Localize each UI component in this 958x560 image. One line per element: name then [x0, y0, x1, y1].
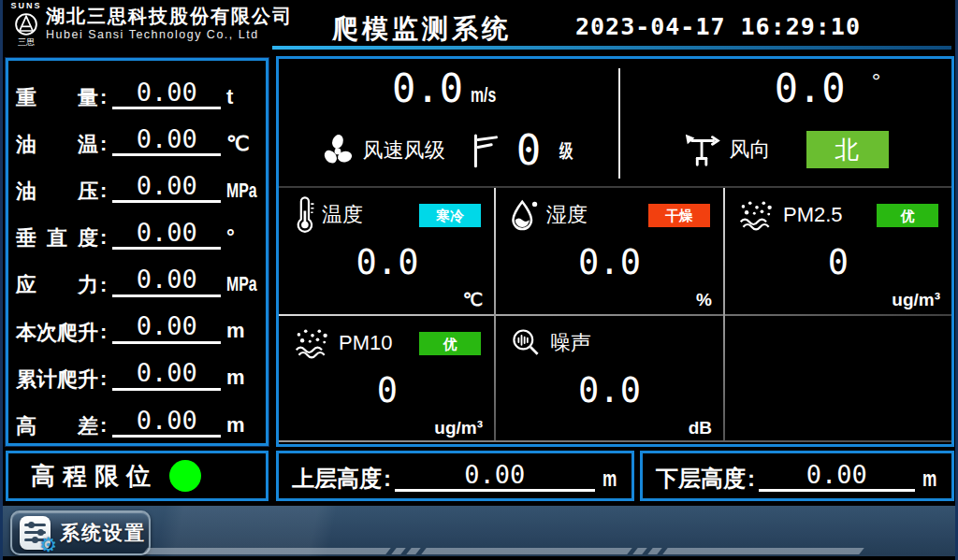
metric-row-oil-temp: 油温: 0.00 ℃ [16, 113, 258, 156]
sensor-cell-humidity: 湿度 干燥 0.0 % [494, 188, 723, 316]
metric-unit: m [226, 319, 258, 343]
sensor-cell-pm25: PM2.5 优 0 ug/m³ [723, 188, 951, 316]
company-name-cn: 湖北三思科技股份有限公司 [46, 5, 293, 27]
metric-label: 重量 [16, 87, 98, 109]
sensor-unit: % [696, 290, 712, 310]
sensor-value: 0.0 [509, 370, 710, 411]
metric-label: 累计爬升 [16, 368, 98, 391]
metric-value: 0.00 [112, 220, 221, 250]
wind-direction-unit: ° [872, 68, 881, 93]
metric-row-height-diff: 高差: 0.00 m [16, 395, 258, 438]
sensor-cell-temperature: 温度 寒冷 0.0 ℃ [279, 188, 494, 316]
colon: : [100, 225, 107, 250]
dust-icon [738, 199, 776, 231]
lower-height-box: 下层高度: 0.00 m [640, 451, 954, 501]
footer-decor-stripes [142, 548, 864, 554]
metric-unit: MPa [226, 179, 257, 203]
upper-height-box: 上层高度: 0.00 m [276, 451, 634, 501]
wind-direction-label: 风向 [730, 136, 771, 164]
upper-height-value: 0.00 [395, 462, 595, 492]
lower-height-label: 下层高度 [656, 466, 746, 492]
company-logo: SUNS 三思 [10, 2, 42, 50]
header: SUNS 三思 湖北三思科技股份有限公司 Hubei Sansi Technol… [3, 0, 955, 52]
sensor-name: 湿度 [546, 201, 588, 229]
upper-height-unit: m [602, 466, 617, 492]
lower-height-value: 0.00 [759, 462, 915, 492]
sensor-status-badge: 优 [419, 332, 481, 355]
sensor-name: 噪声 [550, 329, 591, 357]
datetime-display: 2023-04-17 16:29:10 [575, 13, 861, 40]
sensor-name: PM2.5 [783, 203, 843, 227]
metric-value: 0.00 [112, 313, 221, 343]
wind-speed-block: 0.0m/s 风速风级 [279, 59, 619, 186]
wind-direction-button[interactable]: 北 [806, 131, 889, 168]
footer-bar: ⚙ 系统设置 [3, 506, 955, 560]
metric-label: 本次爬升 [16, 322, 98, 344]
wind-level-value: 0 [516, 127, 542, 174]
colon: : [100, 273, 107, 297]
sensor-cell-empty [723, 316, 951, 444]
metric-unit: m [226, 413, 258, 438]
dust-icon [294, 327, 331, 359]
metric-unit: ° [226, 225, 258, 250]
metric-value: 0.00 [112, 408, 221, 438]
colon: : [100, 320, 107, 344]
sensor-status-badge: 寒冷 [419, 204, 481, 227]
colon: : [748, 466, 755, 492]
metric-label: 高差 [16, 415, 98, 438]
metric-value: 0.00 [112, 266, 221, 296]
wind-section: 0.0m/s 风速风级 [279, 59, 951, 186]
page-title: 爬模监测系统 [332, 11, 512, 47]
metric-row-total-climb: 累计爬升: 0.00 m [16, 348, 258, 391]
wind-direction-value: 0.0 [775, 65, 846, 111]
suns-compass-icon [13, 11, 39, 37]
metric-row-stress: 应力: 0.00 MPa [16, 254, 258, 297]
sensor-value: 0.0 [509, 242, 710, 283]
sensor-grid: 温度 寒冷 0.0 ℃ 湿度 干燥 0.0 % [279, 188, 951, 444]
elevation-limit-indicator [169, 460, 201, 492]
metric-row-oil-pressure: 油压: 0.00 MPa [16, 160, 258, 203]
droplet-icon [509, 198, 539, 232]
noise-icon [509, 326, 543, 360]
system-settings-label: 系统设置 [60, 520, 146, 546]
metric-value: 0.00 [112, 126, 221, 156]
elevation-limit-label: 高程限位 [31, 460, 158, 493]
gear-icon: ⚙ [39, 536, 57, 555]
wind-level-unit: 级 [559, 138, 573, 164]
metric-unit: ℃ [226, 132, 258, 156]
sensor-unit: ug/m³ [892, 290, 940, 310]
colon: : [100, 413, 107, 438]
wind-vane-icon [683, 131, 722, 168]
fan-icon [320, 133, 356, 168]
metric-row-weight: 重量: 0.00 t [16, 66, 258, 109]
sensor-status-badge: 优 [877, 204, 938, 227]
sensor-value: 0 [738, 242, 938, 283]
metric-value: 0.00 [112, 360, 221, 390]
metric-unit: t [226, 85, 258, 109]
climbing-formwork-monitor-screen: SUNS 三思 湖北三思科技股份有限公司 Hubei Sansi Technol… [0, 0, 958, 560]
logo-suns-text: SUNS [10, 2, 42, 10]
colon: : [100, 366, 107, 391]
wind-level-icon [472, 131, 500, 170]
metric-value: 0.00 [112, 173, 221, 203]
metric-label: 油温 [16, 134, 98, 156]
thermometer-icon [294, 196, 314, 234]
sensor-cell-pm10: PM10 优 0 ug/m³ [279, 316, 494, 444]
system-settings-button[interactable]: ⚙ 系统设置 [10, 510, 151, 555]
wind-speed-label: 风速风级 [363, 136, 445, 165]
lower-height-unit: m [922, 466, 936, 492]
sensor-status-badge: 干燥 [648, 204, 710, 227]
colon: : [100, 132, 107, 156]
elevation-limit-box: 高程限位 [6, 451, 269, 501]
sensor-cell-noise: 噪声 0.0 dB [494, 316, 723, 444]
company-name-en: Hubei Sansi Technology Co., Ltd [46, 27, 293, 43]
logo-cn-text: 三思 [10, 38, 42, 47]
metric-label: 垂直度 [16, 227, 98, 250]
metric-value: 0.00 [112, 79, 221, 109]
wind-speed-value: 0.0 [392, 65, 463, 111]
header-accent-line [272, 46, 951, 50]
metric-label: 油压 [16, 180, 98, 203]
sensor-name: 温度 [322, 201, 363, 229]
sensor-value: 0 [294, 370, 481, 411]
metrics-panel: 重量: 0.00 t 油温: 0.00 ℃ 油压: 0.00 MPa 垂直度: … [6, 58, 269, 446]
